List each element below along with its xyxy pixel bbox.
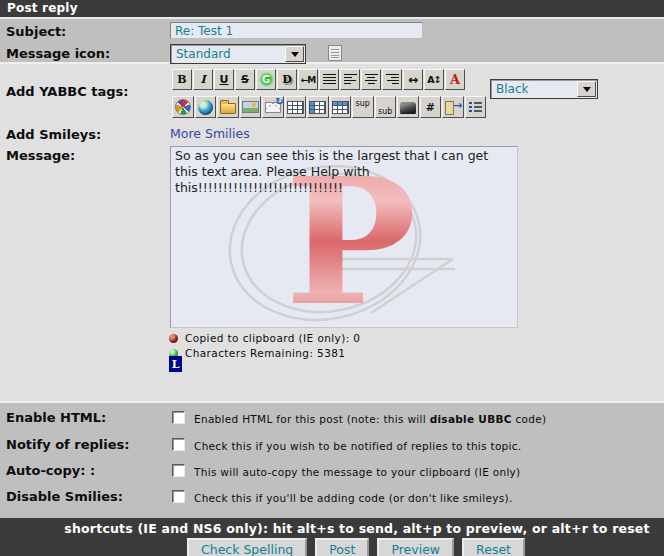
dropdown-arrow-icon[interactable] [285, 46, 304, 62]
table-column-button[interactable] [307, 96, 329, 118]
align-right-button[interactable] [382, 69, 402, 90]
flash-button[interactable] [172, 96, 194, 118]
more-smilies-link[interactable]: More Smilies [170, 126, 250, 141]
flash-icon [175, 99, 191, 115]
disable-smilies-checkbox[interactable] [172, 490, 185, 503]
subject-input[interactable] [170, 22, 423, 39]
align-left-icon [344, 74, 357, 85]
font-size-icon: A↕ [427, 74, 440, 85]
insert-image-button[interactable] [240, 96, 262, 118]
bold-button[interactable]: B [172, 69, 192, 90]
text-part: Enabled HTML for this post (note: this w… [194, 413, 430, 425]
text-part: code) [512, 413, 547, 425]
preview-button[interactable]: Preview [377, 538, 454, 556]
message-icon-select[interactable]: Standard [170, 44, 306, 64]
table-header-icon [332, 101, 349, 114]
code-button[interactable]: # [420, 96, 442, 118]
message-text: So as you can see this is the largest th… [175, 148, 513, 196]
marquee-icon: ←M [301, 75, 316, 85]
horizontal-rule-button[interactable]: ↔ [403, 69, 423, 90]
text-part: This will auto-copy the message to your … [194, 466, 521, 478]
clipboard-status: Copied to clipboard (IE only): 0 [169, 332, 360, 344]
message-icon-selected: Standard [176, 47, 231, 61]
underline-icon: U [220, 73, 229, 86]
horizontal-rule-icon: ↔ [408, 73, 418, 87]
globe-icon [198, 100, 213, 115]
align-left-button[interactable] [340, 69, 360, 90]
table-button[interactable] [285, 96, 307, 118]
notify-replies-checkbox[interactable] [172, 438, 185, 451]
subscript-button[interactable]: sub [375, 96, 397, 118]
post-button[interactable]: Post [315, 538, 369, 556]
dropdown-arrow-icon[interactable] [577, 81, 596, 97]
table-header-button[interactable] [330, 96, 352, 118]
shadow-icon: D [282, 73, 292, 86]
underline-button[interactable]: U [214, 69, 234, 90]
code-icon: # [426, 101, 435, 114]
auto-copy-label: Auto-copy: : [6, 463, 95, 478]
text-part: Check this if you wish to be notified of… [194, 440, 522, 452]
enable-html-checkbox[interactable] [172, 411, 185, 424]
envelope-refresh-icon [265, 102, 281, 113]
text-part-bold: disable UBBC [430, 413, 512, 425]
table-column-icon [309, 101, 326, 114]
list-button[interactable] [465, 96, 487, 118]
subscript-icon: sub [378, 107, 392, 116]
l-badge: L [169, 356, 182, 372]
reset-button[interactable]: Reset [462, 538, 525, 556]
shortcuts-text: shortcuts (IE and NS6 only): hit alt+s t… [0, 521, 664, 536]
email-folder-icon [220, 103, 236, 114]
triangle-icon [583, 87, 591, 96]
center-button[interactable] [361, 69, 381, 90]
strikethrough-button[interactable]: S [235, 69, 255, 90]
characters-status: Characters Remaining: 5381 [169, 347, 345, 359]
auto-copy-checkbox[interactable] [172, 464, 185, 477]
teletype-button[interactable] [397, 96, 419, 118]
email-button[interactable] [217, 96, 239, 118]
align-right-icon [386, 74, 399, 85]
subject-label: Subject: [6, 24, 66, 39]
italic-button[interactable]: I [193, 69, 213, 90]
preformatted-icon [323, 74, 336, 85]
check-spelling-button[interactable]: Check Spelling [187, 538, 307, 556]
footer-buttons: Check Spelling Post Preview Reset [0, 538, 664, 556]
enable-html-text: Enabled HTML for this post (note: this w… [194, 413, 546, 425]
yabbc-toolbar-row2: sup sub # [172, 96, 487, 118]
table-icon [287, 101, 304, 114]
image-icon [242, 101, 259, 113]
font-color-select[interactable]: Black [490, 79, 598, 99]
clipboard-status-text: Copied to clipboard (IE only): 0 [185, 332, 360, 344]
yabbc-label: Add YABBC tags: [6, 84, 129, 99]
message-icon-preview-icon [328, 45, 342, 61]
italic-icon: I [200, 73, 205, 86]
font-size-button[interactable]: A↕ [424, 69, 444, 90]
shadow-button[interactable]: D [277, 69, 297, 90]
message-textarea[interactable]: P So as you can see this is the largest … [170, 146, 518, 328]
superscript-icon: sup [356, 99, 370, 108]
disable-smilies-label: Disable Smilies: [6, 489, 123, 504]
notify-replies-label: Notify of replies: [6, 437, 129, 452]
notify-replies-text: Check this if you wish to be notified of… [194, 440, 522, 452]
center-icon [365, 74, 378, 85]
hyperlink-button[interactable] [195, 96, 217, 118]
characters-status-text: Characters Remaining: 5381 [185, 347, 345, 359]
news-button[interactable] [262, 96, 284, 118]
message-icon-label: Message icon: [6, 46, 110, 61]
superscript-button[interactable]: sup [352, 96, 374, 118]
quote-icon [444, 101, 461, 114]
bold-icon: B [177, 73, 186, 86]
strikethrough-icon: S [241, 73, 249, 86]
triangle-icon [291, 52, 299, 61]
page-title: Post reply [0, 0, 664, 17]
glow-icon: G [259, 72, 274, 87]
quote-button[interactable] [442, 96, 464, 118]
auto-copy-text: This will auto-copy the message to your … [194, 466, 521, 478]
preformatted-button[interactable] [319, 69, 339, 90]
message-label: Message: [6, 148, 75, 163]
smileys-label: Add Smileys: [6, 127, 101, 142]
list-icon [469, 101, 482, 113]
font-color-button[interactable]: A [445, 69, 465, 90]
glow-button[interactable]: G [256, 69, 276, 90]
disable-smilies-text: Check this if you'll be adding code (or … [194, 492, 513, 504]
marquee-button[interactable]: ←M [298, 69, 318, 90]
